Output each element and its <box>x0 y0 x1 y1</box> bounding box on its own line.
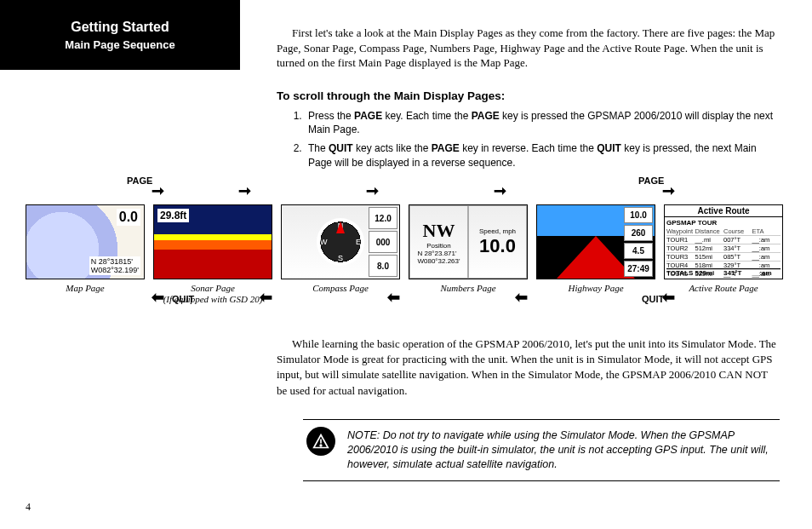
sidebar-header: Getting Started Main Page Sequence <box>0 0 240 70</box>
thumb-highway: 10.0 260 4.5 27:49 <box>536 204 655 279</box>
caption-highway: Highway Page <box>536 283 655 294</box>
caption-compass: Compass Page <box>281 283 400 294</box>
quit-label: QUIT <box>642 294 664 304</box>
sidebar-title: Getting Started <box>71 20 169 35</box>
sidebar-subtitle: Main Page Sequence <box>65 38 174 51</box>
steps-heading: To scroll through the Main Display Pages… <box>277 89 505 102</box>
arrow-right-icon: ➞ <box>238 183 251 198</box>
arrow-right-icon: ➞ <box>366 183 379 198</box>
thumb-sonar: 29.8ft <box>153 204 272 279</box>
page-label: PAGE <box>638 175 664 186</box>
simulator-text: While learning the basic operation of th… <box>277 336 779 399</box>
thumb-active-route: Active Route GPSMAP TOUR WaypointDistanc… <box>664 204 783 279</box>
simulator-paragraph: While learning the basic operation of th… <box>277 336 779 399</box>
arrow-right-icon: ➞ <box>152 183 164 198</box>
thumb-numbers: NW Position N 28°23.871' W080°32.263' Sp… <box>409 204 528 279</box>
page-label: PAGE <box>127 175 152 186</box>
arrow-right-icon: ➞ <box>662 183 675 198</box>
intro-text: First let's take a look at the Main Disp… <box>277 26 779 71</box>
svg-point-1 <box>320 445 322 446</box>
step-1: Press the PAGE key. Each time the PAGE k… <box>305 109 779 136</box>
note-box: NOTE: Do not try to navigate while using… <box>303 419 780 481</box>
caption-route: Active Route Page <box>664 283 783 294</box>
caption-map: Map Page <box>26 283 145 294</box>
intro-paragraph: First let's take a look at the Main Disp… <box>277 26 779 71</box>
warning-icon <box>306 427 335 456</box>
thumb-compass: NS EW 12.0 000 8.0 <box>281 204 400 279</box>
arrow-right-icon: ➞ <box>494 183 506 198</box>
note-text: NOTE: Do not try to navigate while using… <box>347 428 776 472</box>
caption-numbers: Numbers Page <box>409 283 528 294</box>
thumb-map: 0.0 N 28°31815' W082°32.199' <box>26 204 145 279</box>
caption-sonar: Sonar Page (If equipped with GSD 20) <box>153 283 272 305</box>
steps-list: Press the PAGE key. Each time the PAGE k… <box>289 109 779 175</box>
step-2: The QUIT key acts like the PAGE key in r… <box>305 141 779 169</box>
page-number: 4 <box>26 501 31 514</box>
